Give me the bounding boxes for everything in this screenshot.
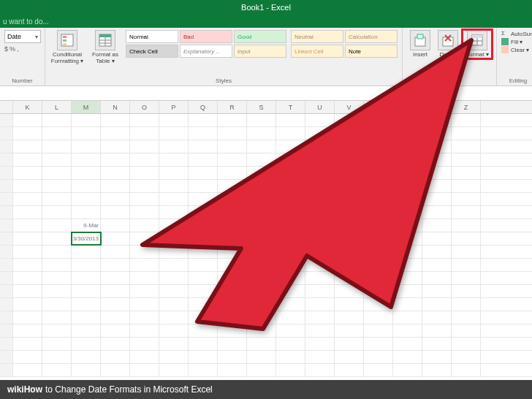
cell[interactable] [393, 232, 422, 245]
cell[interactable] [130, 180, 159, 192]
cell[interactable] [159, 180, 189, 192]
cell[interactable] [101, 259, 130, 271]
cell[interactable] [364, 140, 393, 153]
cell[interactable] [13, 127, 42, 140]
cell[interactable] [130, 219, 159, 232]
cell[interactable] [247, 272, 276, 284]
cell[interactable] [276, 364, 305, 376]
clear-button[interactable]: Clear ▾ [501, 46, 532, 53]
cell[interactable] [42, 324, 72, 337]
column-header-K[interactable]: K [13, 101, 42, 113]
cell[interactable] [276, 285, 305, 297]
column-header-X[interactable]: X [393, 101, 422, 113]
cell[interactable] [42, 364, 72, 376]
cell[interactable] [422, 246, 452, 258]
cell[interactable] [393, 338, 422, 350]
cell[interactable] [130, 246, 159, 258]
cell[interactable] [42, 311, 72, 324]
cell[interactable] [189, 219, 218, 232]
cell[interactable] [364, 232, 393, 245]
cell[interactable] [72, 364, 101, 376]
cell[interactable] [189, 272, 218, 284]
cell[interactable] [393, 259, 422, 271]
cell[interactable] [218, 193, 247, 205]
cell[interactable] [72, 324, 101, 337]
cell[interactable] [101, 180, 130, 192]
cell[interactable] [13, 167, 42, 179]
cell[interactable] [42, 127, 72, 140]
cell[interactable] [42, 232, 72, 245]
spreadsheet-grid[interactable]: 9-Mar3/30/2013 [0, 114, 532, 384]
cell[interactable] [218, 206, 247, 218]
cell[interactable] [218, 272, 247, 284]
cell[interactable] [364, 193, 393, 205]
cell[interactable] [13, 140, 42, 153]
cell[interactable] [393, 364, 422, 376]
cell[interactable] [335, 232, 364, 245]
cell[interactable] [335, 140, 364, 153]
cell[interactable] [364, 324, 393, 337]
cell[interactable] [42, 167, 72, 179]
cell[interactable] [159, 219, 189, 232]
cell[interactable] [247, 351, 276, 363]
cell[interactable] [335, 324, 364, 337]
conditional-formatting-button[interactable]: Conditional Formatting ▾ [50, 30, 85, 65]
cell[interactable] [276, 298, 305, 311]
cell[interactable] [72, 153, 101, 166]
cell[interactable] [422, 219, 452, 232]
cell[interactable] [452, 259, 481, 271]
cell[interactable] [247, 114, 276, 126]
cell[interactable]: 3/30/2013 [72, 232, 101, 245]
cell[interactable] [189, 232, 218, 245]
cell[interactable] [42, 180, 72, 192]
column-header-V[interactable]: V [335, 101, 364, 113]
cell[interactable] [13, 298, 42, 311]
cell[interactable] [305, 351, 335, 363]
cell[interactable] [393, 114, 422, 126]
cell[interactable] [247, 232, 276, 245]
column-header-N[interactable]: N [101, 101, 130, 113]
cell[interactable] [364, 298, 393, 311]
cell[interactable] [159, 114, 189, 126]
insert-button[interactable]: Insert [407, 30, 433, 58]
cell[interactable] [189, 206, 218, 218]
cell[interactable] [393, 311, 422, 324]
cell[interactable] [335, 272, 364, 284]
cell[interactable] [101, 167, 130, 179]
cell[interactable] [13, 232, 42, 245]
cell[interactable] [393, 246, 422, 258]
cell[interactable] [422, 324, 452, 337]
cell[interactable] [72, 167, 101, 179]
cell[interactable] [422, 193, 452, 205]
cell[interactable] [72, 127, 101, 140]
cell[interactable] [159, 127, 189, 140]
cell[interactable] [422, 232, 452, 245]
cell[interactable] [452, 140, 481, 153]
cell[interactable] [72, 180, 101, 192]
cell[interactable] [130, 140, 159, 153]
cell[interactable] [218, 298, 247, 311]
cell[interactable] [393, 140, 422, 153]
cell-styles-gallery-2[interactable]: Neutral Calculation Linked Cell Note [291, 30, 398, 58]
cell[interactable] [422, 351, 452, 363]
cell[interactable] [189, 246, 218, 258]
cell[interactable] [101, 219, 130, 232]
cell[interactable] [422, 364, 452, 376]
style-note[interactable]: Note [345, 45, 398, 58]
cell[interactable] [159, 364, 189, 376]
cell[interactable] [101, 153, 130, 166]
cell[interactable] [72, 285, 101, 297]
cell[interactable] [276, 180, 305, 192]
cell[interactable] [101, 285, 130, 297]
cell[interactable] [42, 351, 72, 363]
cell[interactable] [72, 338, 101, 350]
cell[interactable] [452, 364, 481, 376]
cell[interactable] [13, 351, 42, 363]
cell[interactable] [393, 167, 422, 179]
cell[interactable] [393, 206, 422, 218]
cell[interactable] [189, 259, 218, 271]
cell[interactable] [247, 140, 276, 153]
cell[interactable] [189, 351, 218, 363]
cell[interactable] [305, 259, 335, 271]
cell[interactable] [335, 285, 364, 297]
